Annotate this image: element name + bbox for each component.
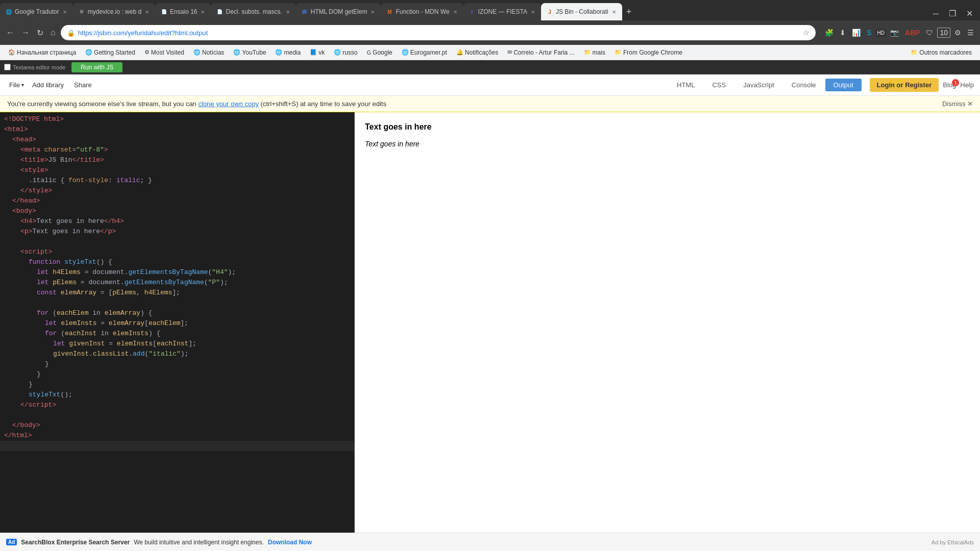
code-line-12: <p>Text goes in here</p> <box>0 227 354 237</box>
tab-html-dom[interactable]: W HTML DOM getElem ✕ <box>296 3 381 20</box>
editor-options-bar: Textarea editor mode Run with JS <box>0 60 980 74</box>
tab-close-5[interactable]: ✕ <box>370 8 376 16</box>
bookmark-youtube[interactable]: 🌐 YouTube <box>229 48 270 57</box>
login-register-button[interactable]: Login or Register <box>870 78 939 92</box>
bookmark-google-label: Google <box>373 49 393 56</box>
new-tab-button[interactable]: + <box>622 3 636 20</box>
star-icon[interactable]: ☆ <box>803 29 810 37</box>
tab-javascript[interactable]: JavaScript <box>735 79 782 91</box>
tab-output[interactable]: Output <box>825 79 862 91</box>
blog-button[interactable]: Blog 1 <box>943 81 956 89</box>
code-line-32: </html> <box>0 431 354 441</box>
forward-button[interactable]: → <box>19 26 32 39</box>
adblock-icon[interactable]: ABP <box>903 27 922 39</box>
skype-icon[interactable]: S <box>865 27 873 39</box>
code-line-5: <title>JS Bin</title> <box>0 155 354 165</box>
code-line-cursor: | <box>0 441 354 451</box>
bookmark-vk-label: vk <box>318 49 325 56</box>
tab-jsbin[interactable]: J JS Bin - Collaborati ✕ <box>541 3 622 20</box>
clone-link[interactable]: clone your own copy <box>198 100 259 108</box>
tab-console[interactable]: Console <box>783 79 824 91</box>
code-line-6: <style> <box>0 165 354 176</box>
bookmark-outros[interactable]: 📁 Outros marcadores <box>906 48 976 57</box>
code-line-13 <box>0 237 354 247</box>
file-menu-button[interactable]: File ▾ <box>6 79 27 91</box>
hd-icon[interactable]: HD <box>875 29 886 37</box>
bookmark-most-visited[interactable]: ⚙ Most Visited <box>140 48 188 57</box>
code-line-15: function styleTxt() { <box>0 257 354 267</box>
ad-download-link[interactable]: Download Now <box>268 539 312 546</box>
tab-google-tradutor[interactable]: 🌐 Google Tradutor ✕ <box>0 3 73 20</box>
code-line-30 <box>0 410 354 420</box>
media-icon: 🌐 <box>275 49 282 56</box>
share-button[interactable]: Share <box>69 79 97 91</box>
settings-icon[interactable]: ⚙ <box>952 27 963 39</box>
bookmark-home[interactable]: 🏠 Начальная страница <box>4 48 80 57</box>
download-icon[interactable]: ⬇ <box>838 27 848 39</box>
tab-close-1[interactable]: ✕ <box>62 8 68 16</box>
camera-icon[interactable]: 📷 <box>888 27 901 39</box>
tab-mydevice[interactable]: ⚙ mydevice.io : web d ✕ <box>73 3 155 20</box>
minimize-button[interactable]: ─ <box>929 7 943 20</box>
code-line-24: givenInst.classList.add("italic"); <box>0 349 354 359</box>
tab-css[interactable]: CSS <box>704 79 734 91</box>
bookmark-eurogamer[interactable]: 🌐 Eurogamer.pt <box>398 48 451 57</box>
code-line-25: } <box>0 359 354 369</box>
code-line-31: </body> <box>0 420 354 431</box>
counter-icon[interactable]: 10 <box>937 28 950 38</box>
back-button[interactable]: ← <box>4 26 16 39</box>
bookmark-correio[interactable]: ✉ Correio - Artur Faria ... <box>503 48 578 57</box>
bookmark-from-google-chrome[interactable]: 📁 From Google Chrome <box>610 48 687 57</box>
tab-function-mdn[interactable]: M Function - MDN We ✕ <box>381 3 463 20</box>
restore-button[interactable]: ❐ <box>945 7 960 20</box>
code-line-10: <body> <box>0 206 354 216</box>
help-button[interactable]: Help <box>960 81 974 89</box>
tab-favicon-2: ⚙ <box>78 8 85 15</box>
tab-close-7[interactable]: ✕ <box>530 8 536 16</box>
tab-decl[interactable]: 📄 Decl. substs. mascs. ✕ <box>211 3 296 20</box>
tab-favicon-5: W <box>301 8 308 15</box>
tab-bar: 🌐 Google Tradutor ✕ ⚙ mydevice.io : web … <box>0 0 980 20</box>
security-icon: 🔒 <box>67 29 75 37</box>
tab-label-5: HTML DOM getElem <box>311 8 368 15</box>
bookmark-getting-started[interactable]: 🌐 Getting Started <box>81 48 139 57</box>
tab-izone[interactable]: I IZONE — FIESTA ✕ <box>463 3 541 20</box>
tab-favicon-3: 📄 <box>160 8 167 15</box>
bookmark-noticias[interactable]: 🌐 Notícias <box>189 48 228 57</box>
bookmark-google[interactable]: G Google <box>363 48 397 57</box>
close-window-button[interactable]: ✕ <box>962 7 977 20</box>
dismiss-button[interactable]: Dismiss ✕ <box>942 100 973 108</box>
tab-close-4[interactable]: ✕ <box>285 8 291 16</box>
bookmark-russo[interactable]: 🌐 russo <box>330 48 361 57</box>
bookmark-vk[interactable]: 📘 vk <box>306 48 329 57</box>
tab-close-8[interactable]: ✕ <box>611 8 617 16</box>
blog-badge: 1 <box>952 79 959 86</box>
run-button[interactable]: Run with JS <box>71 62 122 72</box>
code-line-11: <h4>Text goes in here</h4> <box>0 216 354 227</box>
code-line-28: styleTxt(); <box>0 390 354 400</box>
bookmark-notificacoes[interactable]: 🔔 Notificações <box>452 48 502 57</box>
bookmark-mais[interactable]: 📁 mais <box>580 48 609 57</box>
tab-close-2[interactable]: ✕ <box>144 8 150 16</box>
tab-html[interactable]: HTML <box>669 79 703 91</box>
extensions-icon[interactable]: 🧩 <box>823 27 836 39</box>
code-line-21: let elemInsts = elemArray[eachElem]; <box>0 318 354 329</box>
address-bar[interactable]: 🔒 https://jsbin.com/yefuridahu/edit?html… <box>61 25 816 40</box>
bookmark-russo-label: russo <box>342 49 357 56</box>
textarea-editor-checkbox[interactable] <box>4 64 11 70</box>
add-library-button[interactable]: Add library <box>27 79 69 91</box>
stats-icon[interactable]: 📊 <box>850 27 863 39</box>
tab-close-3[interactable]: ✕ <box>200 8 206 16</box>
refresh-button[interactable]: ↻ <box>35 26 45 40</box>
tab-ensaio[interactable]: 📄 Ensaio 16 ✕ <box>155 3 211 20</box>
code-line-4: <meta charset="utf-8"> <box>0 145 354 155</box>
code-line-29: </script> <box>0 400 354 410</box>
bookmark-media[interactable]: 🌐 media <box>271 48 305 57</box>
noticias-icon: 🌐 <box>193 49 201 56</box>
output-p: Text goes in here <box>365 140 970 148</box>
menu-icon[interactable]: ☰ <box>965 27 976 39</box>
tab-close-6[interactable]: ✕ <box>452 8 458 16</box>
home-button[interactable]: ⌂ <box>48 26 58 39</box>
code-editor[interactable]: <!DOCTYPE html> <html> <head> <meta char… <box>0 112 355 551</box>
shield-icon[interactable]: 🛡 <box>924 27 935 39</box>
